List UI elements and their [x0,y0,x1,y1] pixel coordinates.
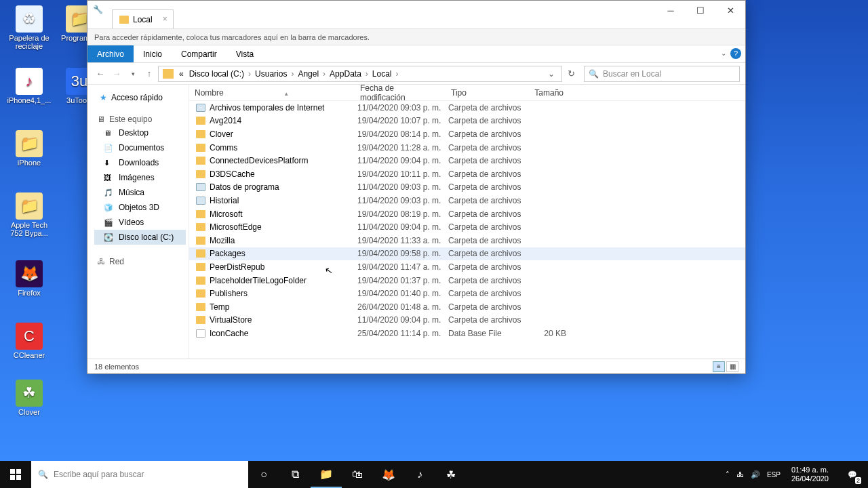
file-row[interactable]: MicrosoftEdge 11/04/2020 09:04 p. m. Car… [189,220,745,234]
svg-rect-0 [10,469,15,474]
nav-recent-button[interactable]: ▾ [125,66,140,81]
sidebar-item[interactable]: 🖼Imágenes [94,170,186,185]
desktop-icon[interactable]: ♪iPhone4,1_... [5,68,53,104]
file-row[interactable]: Clover 19/04/2020 08:14 p. m. Carpeta de… [189,127,745,141]
address-dropdown-icon[interactable]: ⌄ [544,69,559,79]
nav-forward-button[interactable]: → [109,66,124,81]
ribbon-tab-share[interactable]: Compartir [172,45,226,62]
file-row[interactable]: Historial 11/04/2020 09:03 p. m. Carpeta… [189,194,745,207]
desktop-icon[interactable]: 📁iPhone [5,130,53,167]
file-name: ConnectedDevicesPlatform [210,156,357,165]
file-row[interactable]: Datos de programa 11/04/2020 09:03 p. m.… [189,181,745,195]
file-row[interactable]: Temp 26/04/2020 01:48 a. m. Carpeta de a… [189,300,745,314]
desktop-icon[interactable]: ☘Clover [5,380,53,416]
window-tab[interactable]: Local × [112,9,174,28]
breadcrumb-segment[interactable]: Angel [295,69,321,79]
taskbar-explorer[interactable]: 📁 [311,461,342,488]
sidebar-item[interactable]: 🎬Vídeos [94,215,186,230]
breadcrumb-segment[interactable]: Disco local (C:) [186,69,247,79]
ribbon-collapse-icon[interactable]: ⌄ [721,49,726,57]
sidebar-this-pc[interactable]: 🖥 Este equipo [94,115,186,124]
icon-label: Firefox [5,289,53,297]
sidebar-quick-access[interactable]: ★ Acceso rápido [94,93,186,102]
sidebar-item[interactable]: 🎵Música [94,185,186,200]
desktop-icon[interactable]: 🦊Firefox [5,260,53,297]
sidebar-item-label: Objetos 3D [119,203,159,212]
tray-network-icon[interactable]: 🖧 [736,470,744,479]
notifications-button[interactable]: 💬2 [840,461,865,488]
view-details-button[interactable]: ≡ [713,361,725,372]
file-row[interactable]: Microsoft 19/04/2020 08:19 p. m. Carpeta… [189,207,745,221]
breadcrumb-segment[interactable]: Local [370,69,395,79]
cortana-button[interactable]: ○ [248,461,279,488]
nav-up-button[interactable]: ↑ [142,66,157,81]
file-name: MicrosoftEdge [210,222,357,232]
icon-label: iPhone [5,159,53,167]
ribbon-tab-home[interactable]: Inicio [134,45,172,62]
maximize-button[interactable]: ☐ [686,1,715,20]
tab-close-icon[interactable]: × [163,14,167,24]
ribbon-tab-file[interactable]: Archivo [87,45,134,62]
file-row[interactable]: Comms 19/04/2020 11:28 a. m. Carpeta de … [189,141,745,155]
file-row[interactable]: Packages 19/04/2020 09:58 p. m. Carpeta … [189,247,745,261]
desktop-icon[interactable]: 📁Apple Tech 752 Bypa... [5,192,53,237]
breadcrumb-segment[interactable]: Usuarios [252,69,290,79]
file-row[interactable]: D3DSCache 19/04/2020 10:11 p. m. Carpeta… [189,167,745,181]
taskbar-firefox[interactable]: 🦊 [373,461,404,488]
taskbar-itunes[interactable]: ♪ [404,461,435,488]
view-icons-button[interactable]: ▦ [726,361,738,372]
ribbon-tab-view[interactable]: Vista [226,45,263,62]
refresh-button[interactable]: ↻ [564,66,578,81]
app-icon: 📁 [16,192,43,220]
tray-clock[interactable]: 01:49 a. m. 26/04/2020 [787,466,833,483]
sidebar-network[interactable]: 🖧 Red [94,257,186,266]
file-row[interactable]: ConnectedDevicesPlatform 11/04/2020 09:0… [189,154,745,167]
tray-language[interactable]: ESP [767,471,781,479]
properties-icon[interactable]: 🔧 [93,5,103,14]
file-row[interactable]: PeerDistRepub 19/04/2020 11:47 a. m. Car… [189,260,745,274]
file-row[interactable]: IconCache 25/04/2020 11:14 p. m. Data Ba… [189,327,745,340]
file-row[interactable]: Mozilla 19/04/2020 11:33 a. m. Carpeta d… [189,234,745,247]
search-box[interactable]: 🔍 Buscar en Local [584,66,740,82]
breadcrumb-segment[interactable]: AppData [327,69,364,79]
chevron-right-icon[interactable]: › [321,69,327,79]
file-row[interactable]: PlaceholderTileLogoFolder 19/04/2020 01:… [189,274,745,287]
taskbar-clover[interactable]: ☘ [435,461,467,488]
address-bar[interactable]: « Disco local (C:)›Usuarios›Angel›AppDat… [158,66,562,82]
desktop-icon[interactable]: CCCleaner [5,323,53,359]
task-view-button[interactable]: ⧉ [279,461,311,488]
col-type[interactable]: Tipo [446,88,521,98]
start-button[interactable] [0,461,31,488]
sidebar-item-icon: 🖥 [104,129,115,137]
chevron-right-icon[interactable]: › [364,69,370,79]
file-row[interactable]: Publishers 19/04/2020 01:40 p. m. Carpet… [189,287,745,300]
help-icon[interactable]: ? [730,48,741,59]
tray-volume-icon[interactable]: 🔊 [751,470,760,479]
sidebar-item[interactable]: 🧊Objetos 3D [94,200,186,215]
folder-icon [196,197,205,205]
file-name: IconCache [210,329,357,338]
col-size[interactable]: Tamaño [521,88,569,98]
chevron-right-icon[interactable]: › [395,69,400,79]
nav-back-button[interactable]: ← [93,66,108,81]
minimize-button[interactable]: ─ [656,1,686,20]
taskbar-store[interactable]: 🛍 [342,461,373,488]
col-date[interactable]: Fecha de modificación [355,85,446,102]
file-size: 20 KB [524,329,572,338]
file-row[interactable]: VirtualStore 11/04/2020 09:04 p. m. Carp… [189,314,745,327]
sidebar-item[interactable]: 💽Disco local (C:) [94,230,186,245]
taskbar-search[interactable]: 🔍 Escribe aquí para buscar [31,461,248,488]
breadcrumb-prefix[interactable]: « [176,69,186,79]
sidebar-item[interactable]: 🖥Desktop [94,125,186,140]
close-button[interactable]: ✕ [715,1,745,20]
sidebar-item[interactable]: ⬇Downloads [94,155,186,170]
file-row[interactable]: Archivos temporales de Internet 11/04/20… [189,101,745,115]
tray-chevron-icon[interactable]: ˄ [726,470,730,479]
svg-rect-3 [16,475,21,480]
sidebar-item[interactable]: 📄Documentos [94,140,186,155]
desktop-icon[interactable]: ♻Papelera de reciclaje [5,5,53,50]
col-name[interactable]: Nombre▴ [189,88,355,98]
folder-icon [196,263,205,271]
file-row[interactable]: Avg2014 19/04/2020 10:07 p. m. Carpeta d… [189,115,745,128]
chevron-right-icon[interactable]: › [247,69,252,79]
